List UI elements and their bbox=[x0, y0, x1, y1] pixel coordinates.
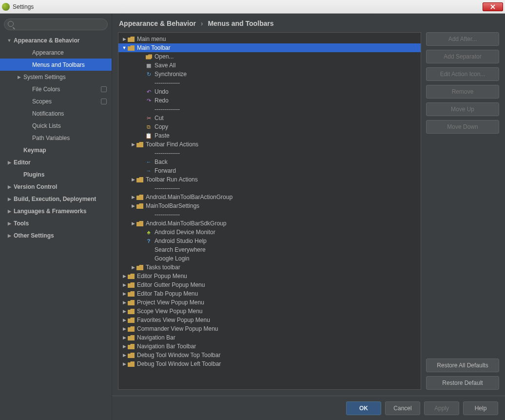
nav-item[interactable]: ▶System Settings bbox=[0, 71, 112, 83]
tree-row[interactable]: ▶Navigation Bar bbox=[118, 333, 421, 342]
tree-row[interactable]: ▦Save All bbox=[118, 61, 421, 70]
nav-item[interactable]: Scopes bbox=[0, 95, 112, 107]
tree-row[interactable]: ♣Android Device Monitor bbox=[118, 228, 421, 237]
tree-row[interactable]: ▶Editor Tab Popup Menu bbox=[118, 289, 421, 298]
cancel-button[interactable]: Cancel bbox=[385, 401, 420, 415]
edit-action-icon-button[interactable]: Edit Action Icon... bbox=[426, 67, 499, 81]
tree-row[interactable]: ------------- bbox=[118, 210, 421, 219]
nav-item-label: Editor bbox=[14, 159, 31, 166]
chevron-right-icon: ▶ bbox=[7, 184, 12, 189]
tree-row[interactable]: ▶Main menu bbox=[118, 35, 421, 43]
tree-row-label: Main menu bbox=[137, 36, 166, 42]
add-after-button[interactable]: Add After... bbox=[426, 32, 499, 46]
restore-all-defaults-button[interactable]: Restore All Defaults bbox=[426, 359, 499, 372]
tree-row[interactable]: ▶Toolbar Run Actions bbox=[118, 175, 421, 184]
tree-row-label: Navigation Bar bbox=[137, 334, 175, 341]
nav-item-label: Quick Lists bbox=[32, 122, 61, 129]
folder-icon bbox=[127, 299, 135, 306]
tree-row-label: ------------- bbox=[155, 106, 180, 113]
tree-row[interactable]: 📋Paste bbox=[118, 131, 421, 140]
nav-item[interactable]: ▶Languages & Frameworks bbox=[0, 205, 112, 217]
tree-row-label: Android Studio Help bbox=[155, 238, 207, 244]
tree-row[interactable]: ▶Commander View Popup Menu bbox=[118, 324, 421, 333]
nav-item[interactable]: ▶Build, Execution, Deployment bbox=[0, 193, 112, 205]
nav-item[interactable]: Notifications bbox=[0, 107, 112, 120]
tree-row[interactable]: ▶Favorites View Popup Menu bbox=[118, 316, 421, 324]
apply-button[interactable]: Apply bbox=[424, 401, 459, 415]
restore-default-button[interactable]: Restore Default bbox=[426, 376, 499, 390]
move-up-button[interactable]: Move Up bbox=[426, 102, 499, 116]
nav-item[interactable]: ▶Editor bbox=[0, 156, 112, 168]
nav-item[interactable]: Path Variables bbox=[0, 132, 112, 144]
nav-item-label: Keymap bbox=[23, 147, 46, 154]
content-body: ▶Main menu▼Main ToolbarOpen...▦Save All↻… bbox=[112, 32, 505, 396]
breadcrumb-sep: › bbox=[201, 20, 203, 27]
nav-item[interactable]: Quick Lists bbox=[0, 120, 112, 132]
nav-item-label: Menus and Toolbars bbox=[32, 61, 85, 68]
remove-button[interactable]: Remove bbox=[426, 85, 499, 99]
nav-item[interactable]: Plugins bbox=[0, 168, 112, 180]
tree-row[interactable]: ▶Scope View Popup Menu bbox=[118, 307, 421, 316]
nav-item[interactable]: Keymap bbox=[0, 144, 112, 156]
tree-row[interactable]: ↷Redo bbox=[118, 96, 421, 105]
tree-row-label: Google Login bbox=[155, 255, 189, 262]
tree-row[interactable]: ▼Main Toolbar bbox=[118, 43, 421, 52]
tree-row-label: ------------- bbox=[155, 150, 180, 157]
toolbar-tree[interactable]: ▶Main menu▼Main ToolbarOpen...▦Save All↻… bbox=[118, 32, 421, 390]
tree-row[interactable]: ▶Debug Tool Window Top Toolbar bbox=[118, 351, 421, 360]
tree-row[interactable]: →Forward bbox=[118, 166, 421, 175]
tree-row[interactable]: Open... bbox=[118, 52, 421, 61]
chevron-right-icon: ▶ bbox=[121, 309, 127, 314]
separator-icon bbox=[145, 106, 153, 113]
chevron-right-icon: ▶ bbox=[7, 221, 12, 226]
help-button[interactable]: Help bbox=[463, 401, 498, 415]
tree-row[interactable]: ▶MainToolBarSettings bbox=[118, 201, 421, 210]
nav-item[interactable]: ▶Version Control bbox=[0, 180, 112, 193]
tree-row[interactable]: ▶Android.MainToolBarSdkGroup bbox=[118, 219, 421, 228]
nav-item[interactable]: Menus and Toolbars bbox=[0, 59, 112, 71]
tree-row[interactable]: ▶Android.MainToolBarActionGroup bbox=[118, 193, 421, 201]
breadcrumb-root: Appearance & Behavior bbox=[119, 20, 196, 27]
tree-row[interactable]: ⧉Copy bbox=[118, 122, 421, 131]
add-separator-button[interactable]: Add Separator bbox=[426, 50, 499, 63]
tree-row[interactable]: ------------- bbox=[118, 79, 421, 87]
tree-row[interactable]: Google Login bbox=[118, 254, 421, 263]
tree-row[interactable]: ▶Navigation Bar Toolbar bbox=[118, 342, 421, 351]
close-button[interactable] bbox=[483, 2, 503, 11]
tree-row[interactable]: ------------- bbox=[118, 184, 421, 193]
breadcrumb: Appearance & Behavior › Menus and Toolba… bbox=[112, 14, 505, 32]
tree-row[interactable]: ▶Editor Gutter Popup Menu bbox=[118, 280, 421, 289]
tree-row[interactable]: ↶Undo bbox=[118, 87, 421, 96]
tree-row[interactable]: ▶Toolbar Find Actions bbox=[118, 140, 421, 149]
tree-row[interactable]: ▶Tasks toolbar bbox=[118, 263, 421, 272]
separator-icon bbox=[145, 150, 153, 157]
tree-row[interactable]: ?Android Studio Help bbox=[118, 237, 421, 245]
tree-row[interactable]: ↻Synchronize bbox=[118, 70, 421, 79]
tree-row[interactable]: ▶Project View Popup Menu bbox=[118, 298, 421, 307]
window-title: Settings bbox=[13, 3, 483, 10]
chevron-right-icon: ▶ bbox=[121, 344, 127, 349]
nav-item[interactable]: ▶Other Settings bbox=[0, 229, 112, 241]
ok-button[interactable]: OK bbox=[346, 401, 381, 415]
tree-row-label: Editor Tab Popup Menu bbox=[137, 290, 198, 297]
chevron-right-icon: ▶ bbox=[121, 274, 127, 279]
tree-row[interactable]: ------------- bbox=[118, 149, 421, 158]
tree-row[interactable]: ✂Cut bbox=[118, 114, 421, 122]
tree-row[interactable]: ------------- bbox=[118, 105, 421, 114]
chevron-right-icon: ▶ bbox=[121, 353, 127, 358]
nav-item[interactable]: File Colors bbox=[0, 83, 112, 95]
nav-item[interactable]: Appearance bbox=[0, 46, 112, 59]
search-input[interactable] bbox=[4, 19, 108, 30]
nav-item[interactable]: ▶Tools bbox=[0, 217, 112, 229]
move-down-button[interactable]: Move Down bbox=[426, 120, 499, 134]
tree-row[interactable]: ←Back bbox=[118, 158, 421, 166]
nav-item-label: Appearance & Behavior bbox=[14, 37, 79, 44]
nav-item-label: Appearance bbox=[32, 49, 64, 56]
tree-row-label: ------------- bbox=[155, 185, 180, 192]
tree-row[interactable]: ▶Editor Popup Menu bbox=[118, 272, 421, 280]
nav-item-label: Languages & Frameworks bbox=[14, 208, 86, 215]
nav-item[interactable]: ▼Appearance & Behavior bbox=[0, 34, 112, 46]
folder-icon bbox=[136, 202, 144, 209]
tree-row[interactable]: Search Everywhere bbox=[118, 245, 421, 254]
tree-row[interactable]: ▶Debug Tool Window Left Toolbar bbox=[118, 360, 421, 368]
